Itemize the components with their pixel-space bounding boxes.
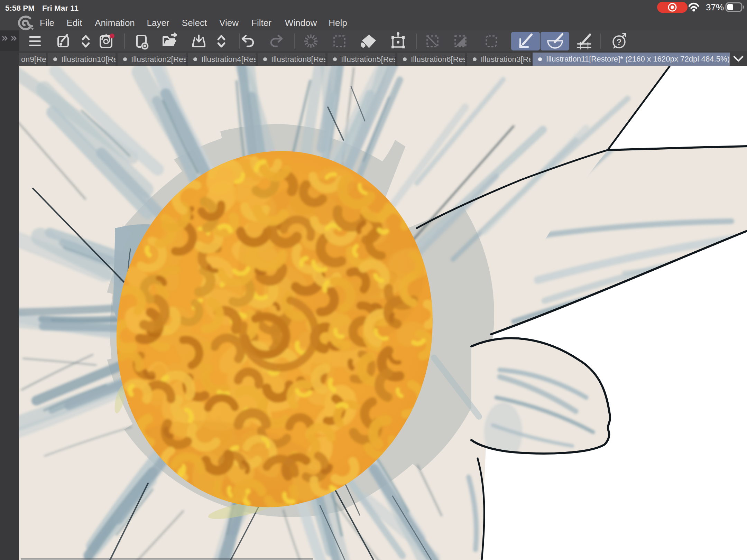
svg-text:37%: 37% bbox=[706, 2, 724, 12]
svg-text:?: ? bbox=[617, 37, 622, 47]
